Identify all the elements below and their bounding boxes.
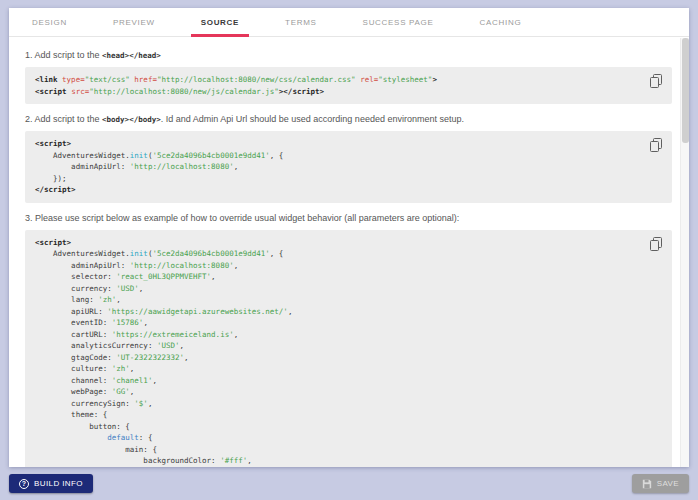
section-2-heading: 2. Add script to the <body></body>. Id a… bbox=[25, 114, 672, 124]
heading-text: . Id and Admin Api Url should be used ac… bbox=[161, 114, 464, 124]
scrollbar-thumb[interactable] bbox=[682, 38, 689, 143]
section-head-script: 1. Add script to the <head></head> <link… bbox=[25, 50, 672, 104]
code-content-head: <link type="text/css" href="http://local… bbox=[35, 74, 662, 97]
code-content-override: <script> AdventuresWidget.init('5ce2da40… bbox=[35, 237, 662, 467]
code-content-body: <script> AdventuresWidget.init('5ce2da40… bbox=[35, 138, 662, 196]
tab-caching[interactable]: CACHING bbox=[457, 8, 545, 36]
heading-text: 1. Add script to the bbox=[25, 50, 102, 60]
heading-text: 3. Please use script below as example of… bbox=[25, 213, 459, 223]
save-icon bbox=[642, 479, 652, 489]
save-button[interactable]: SAVE bbox=[632, 474, 689, 493]
source-content: 1. Add script to the <head></head> <link… bbox=[9, 38, 680, 467]
tab-bar: DESIGN PREVIEW SOURCE TERMS SUCCESS PAGE… bbox=[9, 8, 689, 37]
code-block-override: <script> AdventuresWidget.init('5ce2da40… bbox=[25, 230, 672, 468]
inline-code-head: <head></head> bbox=[102, 51, 161, 60]
copy-icon bbox=[649, 236, 663, 252]
scrollbar[interactable] bbox=[680, 38, 689, 467]
section-3-heading: 3. Please use script below as example of… bbox=[25, 213, 672, 223]
tab-success-page[interactable]: SUCCESS PAGE bbox=[340, 8, 457, 36]
heading-text: 2. Add script to the bbox=[25, 114, 102, 124]
copy-button[interactable] bbox=[649, 236, 663, 252]
code-block-body: <script> AdventuresWidget.init('5ce2da40… bbox=[25, 131, 672, 203]
copy-button[interactable] bbox=[649, 137, 663, 153]
section-body-script: 2. Add script to the <body></body>. Id a… bbox=[25, 114, 672, 203]
save-label: SAVE bbox=[657, 479, 679, 488]
section-1-heading: 1. Add script to the <head></head> bbox=[25, 50, 672, 60]
copy-icon bbox=[649, 73, 663, 89]
section-override-script: 3. Please use script below as example of… bbox=[25, 213, 672, 468]
inline-code-body: <body></body> bbox=[102, 115, 161, 124]
build-info-button[interactable]: ? BUILD INFO bbox=[9, 474, 93, 493]
content-panel: DESIGN PREVIEW SOURCE TERMS SUCCESS PAGE… bbox=[9, 8, 689, 467]
copy-button[interactable] bbox=[649, 73, 663, 89]
tab-terms[interactable]: TERMS bbox=[262, 8, 340, 36]
code-block-head: <link type="text/css" href="http://local… bbox=[25, 67, 672, 104]
tab-design[interactable]: DESIGN bbox=[9, 8, 90, 36]
tab-source[interactable]: SOURCE bbox=[178, 8, 262, 36]
build-info-label: BUILD INFO bbox=[34, 479, 83, 488]
copy-icon bbox=[649, 137, 663, 153]
tab-preview[interactable]: PREVIEW bbox=[90, 8, 178, 36]
help-icon: ? bbox=[19, 479, 29, 489]
